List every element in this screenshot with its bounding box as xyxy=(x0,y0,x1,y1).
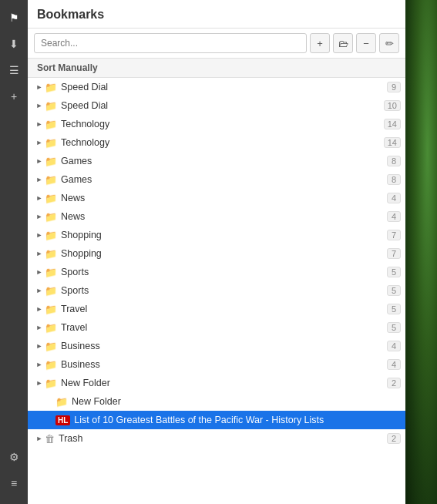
list-item[interactable]: ►📁Speed Dial9 xyxy=(28,78,405,96)
expand-arrow: ► xyxy=(34,139,45,146)
bookmark-sidebar-icon[interactable]: ⚑ xyxy=(2,6,25,29)
settings-sidebar-icon[interactable]: ⚙ xyxy=(2,445,25,469)
expand-arrow: ► xyxy=(34,379,45,387)
add-button[interactable]: + xyxy=(310,33,330,53)
toolbar: + 🗁 − ✏ xyxy=(28,29,405,59)
expand-arrow: ► xyxy=(34,342,45,350)
sidebar: ⚑ ⬇ ☰ + ⚙ ≡ xyxy=(0,0,28,504)
list-item[interactable]: ►📁Shopping7 xyxy=(28,226,405,244)
list-item[interactable]: 📁New Folder xyxy=(28,392,405,411)
item-label: Speed Dial xyxy=(61,82,387,92)
folder-icon: 📁 xyxy=(45,156,57,167)
folder-icon: 📁 xyxy=(45,119,57,130)
item-label: News xyxy=(61,193,387,203)
item-label: Sports xyxy=(61,267,387,277)
new-folder-button[interactable]: 🗁 xyxy=(333,33,353,53)
folder-icon: 📁 xyxy=(45,230,57,241)
folder-icon: 📁 xyxy=(45,193,57,204)
expand-arrow: ► xyxy=(34,435,45,442)
item-label: Games xyxy=(61,174,387,185)
folder-icon: 📁 xyxy=(45,341,57,352)
expand-arrow: ► xyxy=(34,102,45,109)
folder-icon: 📁 xyxy=(55,396,68,408)
list-item[interactable]: HLList of 10 Greatest Battles of the Pac… xyxy=(28,411,405,429)
list-item[interactable]: ►📁Technology14 xyxy=(28,115,405,133)
history-sidebar-icon[interactable]: ☰ xyxy=(2,59,25,82)
item-count: 14 xyxy=(384,119,401,129)
folder-icon: 📁 xyxy=(45,378,57,389)
expand-arrow: ► xyxy=(34,157,45,165)
expand-arrow: ► xyxy=(34,361,45,368)
folder-icon: 📁 xyxy=(45,322,57,334)
item-label: News xyxy=(61,211,387,222)
expand-arrow: ► xyxy=(34,83,45,91)
list-item[interactable]: ►📁Business4 xyxy=(28,355,405,374)
folder-icon: 📁 xyxy=(45,285,57,297)
item-count: 8 xyxy=(387,156,401,166)
item-count: 5 xyxy=(387,267,401,277)
expand-arrow: ► xyxy=(34,287,45,294)
item-count: 4 xyxy=(387,359,401,370)
item-count: 14 xyxy=(384,137,401,148)
hl-badge: HL xyxy=(55,415,70,425)
folder-icon: 📁 xyxy=(45,267,57,278)
folder-icon: 📁 xyxy=(45,359,57,371)
download-sidebar-icon[interactable]: ⬇ xyxy=(2,32,25,55)
item-count: 2 xyxy=(387,433,401,444)
list-item[interactable]: ►📁Business4 xyxy=(28,337,405,355)
list-item[interactable]: ►📁Games8 xyxy=(28,152,405,170)
expand-arrow: ► xyxy=(34,176,45,183)
sort-label: Sort Manually xyxy=(28,59,405,78)
menu-sidebar-icon[interactable]: ≡ xyxy=(2,472,25,495)
list-item[interactable]: ►📁Travel5 xyxy=(28,318,405,337)
item-label: New Folder xyxy=(72,396,401,407)
list-item[interactable]: ►📁Technology14 xyxy=(28,133,405,152)
item-count: 5 xyxy=(387,285,401,296)
item-count: 10 xyxy=(384,100,401,111)
expand-arrow: ► xyxy=(34,324,45,331)
item-count: 2 xyxy=(387,378,401,388)
nature-panel xyxy=(405,0,437,504)
add-sidebar-icon[interactable]: + xyxy=(2,85,25,108)
list-item[interactable]: ►📁Games8 xyxy=(28,170,405,189)
item-label: List of 10 Greatest Battles of the Pacif… xyxy=(74,415,401,425)
folder-icon: 📁 xyxy=(45,82,57,93)
item-label: Business xyxy=(61,341,387,351)
item-label: Trash xyxy=(59,433,387,444)
folder-icon: 📁 xyxy=(45,248,57,260)
item-count: 8 xyxy=(387,174,401,185)
list-item[interactable]: ►📁News4 xyxy=(28,189,405,207)
item-count: 4 xyxy=(387,193,401,203)
bookmarks-panel: Bookmarks + 🗁 − ✏ Sort Manually ►📁Speed … xyxy=(28,0,405,504)
list-item[interactable]: ►📁News4 xyxy=(28,207,405,226)
item-label: Travel xyxy=(61,322,387,333)
expand-arrow: ► xyxy=(34,268,45,276)
item-count: 7 xyxy=(387,248,401,259)
item-label: Shopping xyxy=(61,230,387,240)
list-item[interactable]: ►📁Speed Dial10 xyxy=(28,96,405,115)
item-count: 4 xyxy=(387,211,401,222)
folder-icon: 📁 xyxy=(45,304,57,315)
bookmark-list: ►📁Speed Dial9►📁Speed Dial10►📁Technology1… xyxy=(28,78,405,504)
item-label: Business xyxy=(61,359,387,370)
folder-icon: 📁 xyxy=(45,174,57,186)
trash-icon: 🗑 xyxy=(45,433,55,445)
item-count: 5 xyxy=(387,304,401,314)
list-item[interactable]: ►📁Sports5 xyxy=(28,281,405,300)
list-item[interactable]: ►📁Shopping7 xyxy=(28,244,405,263)
list-item[interactable]: ►🗑Trash2 xyxy=(28,429,405,448)
expand-arrow: ► xyxy=(34,213,45,220)
item-count: 5 xyxy=(387,322,401,333)
list-item[interactable]: ►📁New Folder2 xyxy=(28,374,405,392)
item-count: 4 xyxy=(387,341,401,351)
edit-button[interactable]: ✏ xyxy=(379,33,399,53)
list-item[interactable]: ►📁Travel5 xyxy=(28,300,405,318)
item-label: Technology xyxy=(61,119,384,129)
item-label: Speed Dial xyxy=(61,100,384,111)
remove-button[interactable]: − xyxy=(356,33,376,53)
list-item[interactable]: ►📁Sports5 xyxy=(28,263,405,281)
search-input[interactable] xyxy=(34,33,307,53)
expand-arrow: ► xyxy=(34,231,45,239)
expand-arrow: ► xyxy=(34,250,45,257)
item-label: Sports xyxy=(61,285,387,296)
